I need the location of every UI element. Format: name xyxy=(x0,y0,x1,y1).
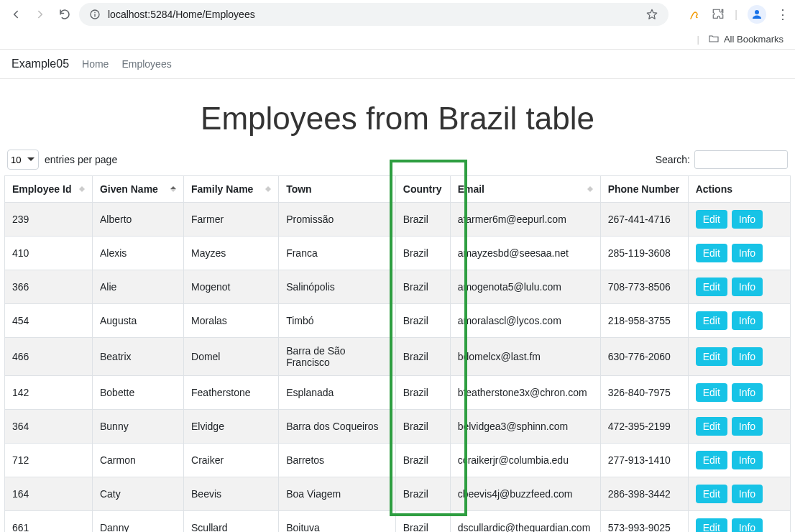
edit-button[interactable]: Edit xyxy=(696,417,727,436)
folder-icon xyxy=(708,33,720,45)
table-row: 164CatyBeevisBoa ViagemBrazilcbeevis4j@b… xyxy=(5,477,791,511)
cell-country: Brazil xyxy=(395,477,450,511)
edit-button[interactable]: Edit xyxy=(696,518,727,532)
edit-button[interactable]: Edit xyxy=(696,244,727,262)
cell-id: 164 xyxy=(5,477,93,511)
cell-actions: EditInfo xyxy=(688,203,790,237)
cell-family: Mayzes xyxy=(184,237,279,270)
cell-given: Augusta xyxy=(92,304,183,338)
cell-family: Elvidge xyxy=(184,410,279,444)
profile-avatar[interactable] xyxy=(748,5,766,24)
info-button[interactable]: Info xyxy=(732,210,763,229)
cell-given: Caty xyxy=(92,477,183,511)
entries-per-page-select[interactable]: 10 xyxy=(7,150,39,170)
cell-actions: EditInfo xyxy=(688,376,790,410)
cell-town: Barra de São Francisco xyxy=(279,338,396,376)
edit-button[interactable]: Edit xyxy=(696,210,727,229)
cell-given: Beatrix xyxy=(92,338,183,376)
info-button[interactable]: Info xyxy=(732,244,763,262)
info-button[interactable]: Info xyxy=(732,485,763,503)
search-label: Search: xyxy=(656,154,690,165)
cell-town: Promissão xyxy=(279,203,396,237)
info-button[interactable]: Info xyxy=(732,347,763,366)
table-row: 366AlieMogenotSalinópolisBrazilamogenota… xyxy=(5,270,791,304)
cell-actions: EditInfo xyxy=(688,410,790,444)
cell-family: Domel xyxy=(184,338,279,376)
cell-id: 661 xyxy=(5,511,93,533)
back-button[interactable] xyxy=(6,4,26,24)
info-button[interactable]: Info xyxy=(732,278,763,296)
cell-phone: 326-840-7975 xyxy=(600,376,688,410)
cell-country: Brazil xyxy=(395,304,450,338)
table-row: 239AlbertoFarmerPromissãoBrazilafarmer6m… xyxy=(5,203,791,237)
table-row: 712CarmonCraikerBarretosBrazilccraikerjr… xyxy=(5,444,791,477)
bookmark-star-icon[interactable] xyxy=(645,8,658,21)
extension-icon[interactable] xyxy=(689,8,702,21)
info-button[interactable]: Info xyxy=(732,311,763,330)
table-row: 364BunnyElvidgeBarra dos CoqueirosBrazil… xyxy=(5,410,791,444)
info-button[interactable]: Info xyxy=(732,518,763,532)
cell-phone: 267-441-4716 xyxy=(600,203,688,237)
cell-email: amoralascl@lycos.com xyxy=(450,304,600,338)
info-button[interactable]: Info xyxy=(732,451,763,469)
sort-icon xyxy=(587,183,594,195)
cell-family: Mogenot xyxy=(184,270,279,304)
site-info-icon[interactable] xyxy=(89,9,101,20)
search-input[interactable] xyxy=(694,150,788,169)
employees-table: Employee IdGiven NameFamily NameTownCoun… xyxy=(4,175,791,532)
cell-town: Timbó xyxy=(279,304,396,338)
cell-id: 364 xyxy=(5,410,93,444)
edit-button[interactable]: Edit xyxy=(696,278,727,296)
edit-button[interactable]: Edit xyxy=(696,311,727,330)
reload-button[interactable] xyxy=(55,4,75,24)
cell-id: 239 xyxy=(5,203,93,237)
cell-email: ccraikerjr@columbia.edu xyxy=(450,444,600,477)
column-header-id[interactable]: Employee Id xyxy=(5,176,93,203)
brand[interactable]: Example05 xyxy=(12,58,69,70)
cell-email: amogenota5@lulu.com xyxy=(450,270,600,304)
extensions-puzzle-icon[interactable] xyxy=(712,8,725,21)
table-row: 410AlexisMayzesFrancaBrazilamayzesbd@see… xyxy=(5,237,791,270)
address-bar[interactable]: localhost:5284/Home/Employees xyxy=(79,3,668,26)
cell-given: Carmon xyxy=(92,444,183,477)
column-header-country: Country xyxy=(395,176,450,203)
cell-actions: EditInfo xyxy=(688,477,790,511)
cell-email: bdomelcx@last.fm xyxy=(450,338,600,376)
cell-country: Brazil xyxy=(395,444,450,477)
info-button[interactable]: Info xyxy=(732,417,763,436)
edit-button[interactable]: Edit xyxy=(696,485,727,503)
cell-family: Moralas xyxy=(184,304,279,338)
edit-button[interactable]: Edit xyxy=(696,347,727,366)
column-header-given[interactable]: Given Name xyxy=(92,176,183,203)
table-row: 466BeatrixDomelBarra de São FranciscoBra… xyxy=(5,338,791,376)
cell-town: Barra dos Coqueiros xyxy=(279,410,396,444)
cell-email: afarmer6m@eepurl.com xyxy=(450,203,600,237)
nav-link-home[interactable]: Home xyxy=(82,58,109,70)
entries-per-page-label: entries per page xyxy=(45,154,117,165)
edit-button[interactable]: Edit xyxy=(696,383,727,402)
svg-point-1 xyxy=(94,12,96,14)
cell-family: Beevis xyxy=(184,477,279,511)
cell-country: Brazil xyxy=(395,376,450,410)
forward-button[interactable] xyxy=(30,4,50,24)
sort-icon xyxy=(79,183,86,195)
browser-menu-icon[interactable]: ⋮ xyxy=(776,6,789,22)
table-row: 454AugustaMoralasTimbóBrazilamoralascl@l… xyxy=(5,304,791,338)
nav-link-employees[interactable]: Employees xyxy=(121,58,171,70)
edit-button[interactable]: Edit xyxy=(696,451,727,469)
cell-country: Brazil xyxy=(395,237,450,270)
cell-email: amayzesbd@seesaa.net xyxy=(450,237,600,270)
url-text: localhost:5284/Home/Employees xyxy=(108,9,255,20)
cell-country: Brazil xyxy=(395,338,450,376)
all-bookmarks-link[interactable]: All Bookmarks xyxy=(724,34,783,45)
cell-id: 712 xyxy=(5,444,93,477)
bookmarks-bar: | All Bookmarks xyxy=(0,29,795,49)
cell-town: Salinópolis xyxy=(279,270,396,304)
cell-country: Brazil xyxy=(395,270,450,304)
column-header-email[interactable]: Email xyxy=(450,176,600,203)
cell-id: 466 xyxy=(5,338,93,376)
cell-email: cbeevis4j@buzzfeed.com xyxy=(450,477,600,511)
column-header-family[interactable]: Family Name xyxy=(184,176,279,203)
info-button[interactable]: Info xyxy=(732,383,763,402)
cell-phone: 285-119-3608 xyxy=(600,237,688,270)
